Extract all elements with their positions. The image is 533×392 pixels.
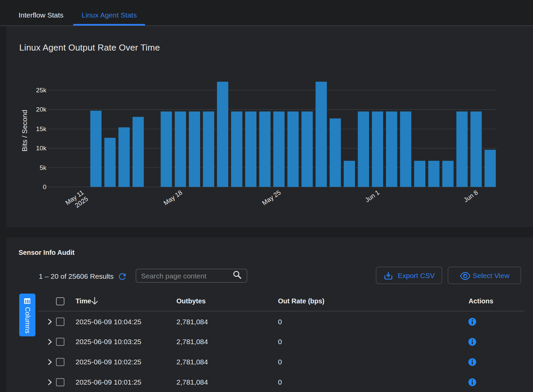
svg-text:20k: 20k [36, 106, 47, 113]
svg-text:15k: 15k [36, 125, 47, 132]
svg-text:Jun 8: Jun 8 [462, 189, 479, 204]
svg-text:5k: 5k [39, 164, 47, 171]
svg-text:0: 0 [43, 183, 47, 190]
svg-text:Bits / Second: Bits / Second [21, 110, 28, 152]
svg-text:May 25: May 25 [261, 189, 282, 207]
svg-text:10k: 10k [36, 145, 47, 152]
svg-text:May 18: May 18 [162, 189, 184, 207]
svg-text:25k: 25k [36, 87, 47, 94]
svg-text:Jun 1: Jun 1 [364, 189, 381, 204]
